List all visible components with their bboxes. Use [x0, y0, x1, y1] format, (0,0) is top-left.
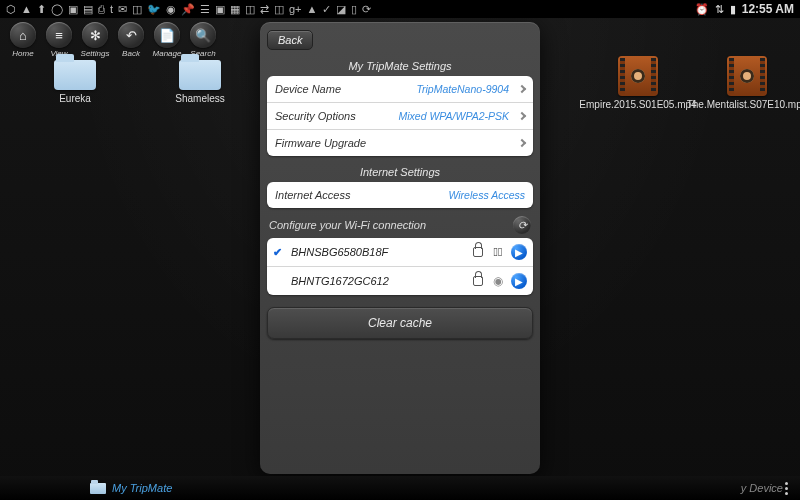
status-icon: ◪ [336, 3, 346, 16]
configure-wifi-label: Configure your Wi-Fi connection [269, 219, 426, 231]
internet-access-value: Wireless Access [448, 189, 525, 201]
video-icon [618, 56, 658, 96]
chevron-right-icon [518, 112, 526, 120]
wifi-signal-icon: ◉ [493, 275, 503, 287]
row-label: Device Name [275, 83, 341, 95]
home-icon: ⌂ [10, 22, 36, 48]
status-icon: ✉ [118, 3, 127, 16]
alarm-icon: ⏰ [695, 3, 709, 16]
dot-icon [785, 492, 788, 495]
file-label: The.Mentalist.S07E10.mp4 [687, 99, 800, 110]
wifi-signal-icon: ◉᷾ [494, 246, 503, 258]
status-icon: ◉ [166, 3, 176, 16]
tab-label: y Device [741, 482, 783, 494]
folder-icon [90, 483, 106, 494]
tripmate-settings-panel: Back My TripMate Settings Device Name Tr… [260, 22, 540, 474]
chevron-right-icon [518, 139, 526, 147]
connected-check-icon: ✔ [273, 246, 285, 259]
status-icon: ⎙ [98, 3, 105, 15]
document-icon: 📄 [154, 22, 180, 48]
panel-back-button[interactable]: Back [267, 30, 313, 50]
wifi-details-button[interactable]: ▶ [511, 273, 527, 289]
wifi-network-row[interactable]: ✔ BHNSBG6580B18F ◉᷾ ▶ [267, 238, 533, 267]
row-label: Firmware Upgrade [275, 137, 366, 149]
chevron-right-icon [518, 85, 526, 93]
wifi-icon: ⇅ [715, 3, 724, 16]
chevron-right-icon: ▶ [515, 276, 523, 287]
status-icon: 📌 [181, 3, 195, 16]
row-label: Internet Access [275, 189, 350, 201]
status-icon: g+ [289, 3, 302, 15]
row-label: Security Options [275, 110, 356, 122]
wifi-details-button[interactable]: ▶ [511, 244, 527, 260]
overflow-menu-button[interactable] [783, 480, 790, 497]
internet-settings-group: Internet Access Wireless Access [267, 182, 533, 208]
tab-my-tripmate[interactable]: My TripMate [90, 482, 172, 494]
lock-icon [473, 247, 483, 257]
chevron-right-icon: ▶ [515, 247, 523, 258]
android-status-bar: ⬡ ▲ ⬆ ◯ ▣ ▤ ⎙ t ✉ ◫ 🐦 ◉ 📌 ☰ ▣ ▦ ◫ ⇄ ◫ g+… [0, 0, 800, 18]
folder-eureka[interactable]: Eureka [35, 60, 115, 104]
tab-my-device[interactable]: y Device [741, 482, 783, 494]
folder-label: Shameless [175, 93, 224, 104]
status-icon: ▣ [68, 3, 78, 16]
status-icon: ▲ [21, 3, 32, 15]
status-icon: ◫ [245, 3, 255, 16]
refresh-icon: ⟳ [518, 219, 527, 232]
status-system-icons: ⏰ ⇅ ▮ 12:55 AM [695, 2, 794, 16]
status-icon: ▯ [351, 3, 357, 16]
back-arrow-icon: ↶ [118, 22, 144, 48]
status-icon: ⇄ [260, 3, 269, 16]
status-icon: ▲ [307, 3, 318, 15]
battery-icon: ▮ [730, 3, 736, 16]
video-file-empire[interactable]: Empire.2015.S01E05.mp4 [588, 56, 688, 110]
status-icon: ⬡ [6, 3, 16, 16]
status-icon: ▦ [230, 3, 240, 16]
section-internet-title: Internet Settings [267, 166, 533, 178]
video-icon [727, 56, 767, 96]
list-icon: ≡ [46, 22, 72, 48]
device-name-row[interactable]: Device Name TripMateNano-9904 [267, 76, 533, 103]
dot-icon [785, 482, 788, 485]
folder-icon [54, 60, 96, 90]
folder-icon [179, 60, 221, 90]
status-icon: 🐦 [147, 3, 161, 16]
status-notification-icons: ⬡ ▲ ⬆ ◯ ▣ ▤ ⎙ t ✉ ◫ 🐦 ◉ 📌 ☰ ▣ ▦ ◫ ⇄ ◫ g+… [6, 3, 371, 16]
bottom-tab-bar: My TripMate y Device [0, 476, 800, 500]
status-icon: ⬆ [37, 3, 46, 16]
folder-shameless[interactable]: Shameless [160, 60, 240, 104]
folder-label: Eureka [59, 93, 91, 104]
wifi-ssid: BHNSBG6580B18F [291, 246, 467, 258]
status-icon: ◯ [51, 3, 63, 16]
status-icon: ◫ [132, 3, 142, 16]
lock-icon [473, 276, 483, 286]
status-icon: ⟳ [362, 3, 371, 16]
tab-label: My TripMate [112, 482, 172, 494]
status-icon: ▤ [83, 3, 93, 16]
clock: 12:55 AM [742, 2, 794, 16]
dot-icon [785, 487, 788, 490]
wifi-network-row[interactable]: BHNTG1672GC612 ◉ ▶ [267, 267, 533, 295]
status-icon: ▣ [215, 3, 225, 16]
security-options-value: Mixed WPA/WPA2-PSK [399, 110, 509, 122]
firmware-upgrade-row[interactable]: Firmware Upgrade [267, 130, 533, 156]
search-icon: 🔍 [190, 22, 216, 48]
device-name-value: TripMateNano-9904 [416, 83, 509, 95]
status-icon: ◫ [274, 3, 284, 16]
internet-access-row[interactable]: Internet Access Wireless Access [267, 182, 533, 208]
clear-cache-button[interactable]: Clear cache [267, 307, 533, 339]
video-file-mentalist[interactable]: The.Mentalist.S07E10.mp4 [692, 56, 800, 110]
tripmate-settings-group: Device Name TripMateNano-9904 Security O… [267, 76, 533, 156]
gear-icon: ✻ [82, 22, 108, 48]
wifi-ssid: BHNTG1672GC612 [291, 275, 467, 287]
status-icon: ✓ [322, 3, 331, 16]
file-label: Empire.2015.S01E05.mp4 [579, 99, 696, 110]
section-my-tripmate-title: My TripMate Settings [267, 60, 533, 72]
wifi-networks-group: ✔ BHNSBG6580B18F ◉᷾ ▶ BHNTG1672GC612 ◉ ▶ [267, 238, 533, 295]
status-icon: t [110, 3, 113, 15]
status-icon: ☰ [200, 3, 210, 16]
security-options-row[interactable]: Security Options Mixed WPA/WPA2-PSK [267, 103, 533, 130]
refresh-wifi-button[interactable]: ⟳ [513, 216, 531, 234]
